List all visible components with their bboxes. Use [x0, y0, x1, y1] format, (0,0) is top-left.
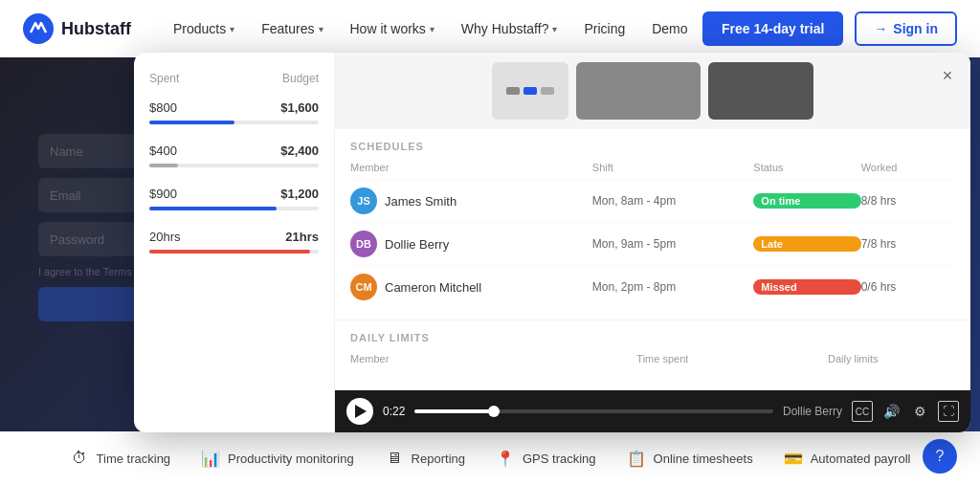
schedule-row: JS James Smith Mon, 8am - 4pm On time 8/… — [350, 179, 955, 222]
budget-value: $1,600 — [280, 100, 319, 115]
volume-button[interactable]: 🔊 — [880, 401, 902, 422]
budget-bar-fill — [149, 121, 234, 124]
bottom-item-label: GPS tracking — [523, 452, 596, 466]
settings-button[interactable]: ⚙ — [909, 401, 930, 422]
shift: Mon, 9am - 5pm — [592, 237, 754, 251]
member-cell: DB Dollie Berry — [350, 231, 592, 257]
shift: Mon, 8am - 4pm — [592, 194, 754, 208]
col-member: Member — [350, 162, 592, 173]
hubstaff-logo-icon — [23, 13, 54, 44]
schedule-row: CM Cameron Mitchell Mon, 2pm - 8pm Misse… — [350, 265, 955, 308]
col-member: Member — [350, 353, 636, 364]
budget-col-label: Budget — [282, 72, 319, 85]
col-time-spent: Time spent — [636, 353, 828, 364]
bottom-item-label: Online timesheets — [654, 452, 753, 466]
nav-why-hubstaff[interactable]: Why Hubstaff? ▾ — [450, 15, 569, 42]
right-panel: SCHEDULES Member Shift Status Worked JS … — [335, 53, 970, 432]
nav-logo[interactable]: Hubstaff — [23, 13, 131, 44]
col-shift: Shift — [592, 162, 754, 173]
video-track-name: Dollie Berry — [783, 405, 842, 418]
member-cell: CM Cameron Mitchell — [350, 274, 592, 300]
time-tracking-icon: ⏱ — [70, 449, 89, 468]
nav-features[interactable]: Features ▾ — [250, 15, 334, 42]
budget-bar-track — [149, 164, 319, 167]
col-worked: Worked — [861, 162, 955, 173]
avatar: JS — [350, 187, 377, 214]
nav-pricing[interactable]: Pricing — [572, 15, 636, 42]
modal-close-button[interactable]: × — [936, 64, 959, 87]
status-badge: Late — [753, 236, 860, 252]
video-bar: 0:22 Dollie Berry CC 🔊 ⚙ ⛶ — [335, 390, 970, 432]
bottom-reporting[interactable]: 🖥 Reporting — [385, 449, 465, 468]
budget-panel: Spent Budget $800 $1,600 $400 $2,400 — [134, 53, 335, 432]
fullscreen-button[interactable]: ⛶ — [938, 401, 959, 422]
free-trial-button[interactable]: Free 14-day trial — [702, 11, 843, 46]
budget-value: 21hrs — [285, 230, 319, 244]
nav-items: Products ▾ Features ▾ How it works ▾ Why… — [162, 15, 702, 42]
spent-value: $400 — [149, 143, 177, 158]
member-name: James Smith — [385, 194, 457, 209]
chevron-down-icon: ▾ — [430, 24, 434, 34]
bottom-item-label: Productivity monitoring — [228, 452, 354, 466]
spent-col-label: Spent — [149, 72, 179, 85]
schedules-title: SCHEDULES — [350, 141, 955, 152]
status-badge: On time — [753, 193, 860, 209]
play-icon — [355, 405, 367, 418]
bottom-time-tracking[interactable]: ⏱ Time tracking — [70, 449, 171, 468]
chevron-down-icon: ▾ — [319, 24, 323, 34]
signin-button[interactable]: → Sign in — [855, 11, 957, 46]
budget-bar-track — [149, 121, 319, 124]
productivity-icon: 📊 — [201, 449, 220, 468]
schedule-row: DB Dollie Berry Mon, 9am - 5pm Late 7/8 … — [350, 222, 955, 265]
budget-row: $800 $1,600 — [149, 100, 319, 124]
bottom-automated-payroll[interactable]: 💳 Automated payroll — [784, 449, 911, 468]
nav-right: Free 14-day trial → Sign in — [702, 11, 957, 46]
worked: 8/8 hrs — [861, 194, 955, 208]
schedules-section: SCHEDULES Member Shift Status Worked JS … — [335, 129, 970, 320]
screenshot-thumb — [492, 62, 568, 120]
image-strip — [335, 53, 970, 129]
budget-bar-fill — [149, 207, 277, 210]
budget-bar-track — [149, 207, 319, 210]
gps-icon: 📍 — [496, 449, 515, 468]
bottom-productivity-monitoring[interactable]: 📊 Productivity monitoring — [201, 449, 354, 468]
avatar: CM — [350, 274, 377, 300]
budget-row: $900 $1,200 — [149, 187, 319, 210]
payroll-icon: 💳 — [784, 449, 803, 468]
modal: × Spent Budget $800 $1,600 $400 — [134, 53, 970, 432]
member-cell: JS James Smith — [350, 187, 592, 214]
modal-body: Spent Budget $800 $1,600 $400 $2,400 — [134, 53, 970, 432]
status-badge: Missed — [753, 279, 860, 295]
schedule-header: Member Shift Status Worked — [350, 162, 955, 179]
bottom-item-label: Reporting — [412, 452, 465, 466]
shift: Mon, 2pm - 8pm — [592, 280, 754, 294]
budget-bar-fill — [149, 250, 310, 254]
nav-how-it-works[interactable]: How it works ▾ — [339, 15, 446, 42]
help-icon: ? — [936, 448, 945, 465]
worked: 0/6 hrs — [861, 280, 955, 294]
video-progress-thumb — [488, 406, 500, 417]
chevron-down-icon: ▾ — [552, 24, 557, 34]
bottom-gps-tracking[interactable]: 📍 GPS tracking — [496, 449, 596, 468]
nav-logo-text: Hubstaff — [61, 19, 131, 39]
daily-limits-title: DAILY LIMITS — [350, 332, 955, 343]
col-status: Status — [753, 162, 860, 173]
budget-bar-fill — [149, 164, 178, 167]
timesheets-icon: 📋 — [627, 449, 646, 468]
screenshot-thumb — [708, 62, 813, 120]
budget-value: $2,400 — [280, 143, 319, 158]
nav-products[interactable]: Products ▾ — [162, 15, 246, 42]
screenshot-thumb — [576, 62, 701, 120]
navbar: Hubstaff Products ▾ Features ▾ How it wo… — [0, 0, 980, 57]
nav-demo[interactable]: Demo — [640, 15, 699, 42]
bottom-bar: ⏱ Time tracking 📊 Productivity monitorin… — [0, 431, 980, 485]
budget-row: 20hrs 21hrs — [149, 230, 319, 254]
budget-row: $400 $2,400 — [149, 143, 319, 167]
reporting-icon: 🖥 — [385, 449, 404, 468]
video-play-button[interactable] — [346, 398, 373, 425]
video-controls: CC 🔊 ⚙ ⛶ — [852, 401, 959, 422]
captions-button[interactable]: CC — [852, 401, 873, 422]
bottom-online-timesheets[interactable]: 📋 Online timesheets — [627, 449, 753, 468]
help-button[interactable]: ? — [923, 439, 957, 474]
video-progress-bar[interactable] — [414, 409, 773, 413]
